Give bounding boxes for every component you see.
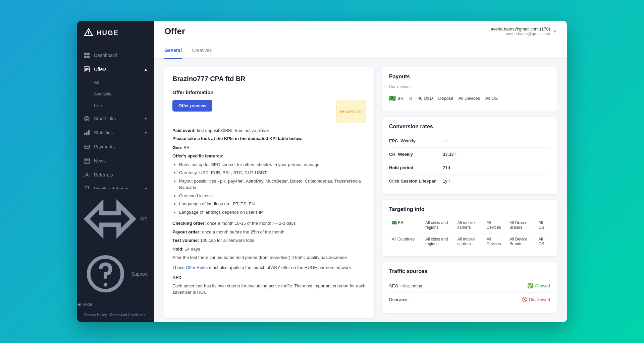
hide-chevron-icon: ◀ (77, 302, 80, 307)
cr-row: CR Weekly 33.33 ℹ (389, 148, 550, 161)
targeting-cities-2: All cities and regions (423, 233, 454, 250)
user-menu[interactable]: averia.bams@gmail.com (170) averia.bams@… (491, 26, 557, 36)
paid-event-line: Paid event: first deposit 30BRL from act… (172, 127, 366, 134)
allowed-check-icon: ✅ (527, 283, 533, 288)
cr-value: 33.33 (443, 152, 454, 157)
click-session-info-icon[interactable]: ℹ (449, 179, 450, 183)
payout-order-line: Payout order: once a month before the 25… (172, 229, 366, 235)
tab-creatives[interactable]: Creatives (192, 42, 212, 59)
table-row: 🇧🇷 BR All cities and regions All mobile … (389, 217, 550, 233)
sidebar-item-support[interactable]: Support (77, 249, 154, 299)
sidebar-item-payments-label: Payments (94, 144, 115, 149)
news-icon (84, 158, 90, 164)
user-chevron-icon: ▼ (553, 29, 557, 34)
sidebar-item-news[interactable]: News (77, 154, 154, 168)
sidebar-item-smartlinks[interactable]: Smartlinks ▼ (77, 112, 154, 126)
sidebar-item-payments[interactable]: Payments (77, 140, 154, 154)
hold-value: 14 days (185, 247, 200, 252)
sidebar-item-dashboard[interactable]: Dashboard (77, 48, 154, 62)
sidebar-navigation: Dashboard Offers ▲ All Available L (77, 45, 154, 189)
sidebar-sub-item-all[interactable]: All (77, 76, 154, 88)
features-list: Rates set up for SEO source, for others … (172, 161, 366, 216)
referrals-icon (84, 172, 90, 178)
user-email-secondary: averia.bams@gmail.com (491, 31, 550, 36)
conversion-flag: 🇧🇷 BR (389, 95, 404, 101)
sidebar-sub-item-available[interactable]: Available (77, 88, 154, 100)
offer-rules-line: These Offer Rules must also apply to the… (172, 264, 366, 271)
sidebar-item-statistics[interactable]: Statistics ▼ (77, 126, 154, 140)
terms-link[interactable]: Terms And Conditions (109, 313, 145, 317)
svg-rect-14 (88, 130, 90, 135)
payouts-card: Payouts Conversions 🇧🇷 BR ⧉ 40 USD Depos… (382, 67, 557, 112)
hold-period-value: 21d (443, 165, 450, 170)
smartlinks-chevron-icon: ▼ (144, 117, 148, 121)
sidebar-item-mobile[interactable]: Mobile attribution ▼ (77, 182, 154, 189)
top-bar: Offer averia.bams@gmail.com (170) averia… (154, 21, 567, 42)
hold-label: Hold: (172, 247, 183, 252)
checking-order-line: Checking order: once a month 10-15 of th… (172, 220, 366, 227)
offer-preview-button[interactable]: Offer preview (172, 100, 212, 112)
sidebar-item-offers-label: Offers (94, 67, 107, 72)
sidebar-item-referrals[interactable]: Referrals (77, 168, 154, 182)
test-volume-label: Test volume: (172, 238, 199, 243)
content-body: Brazino777 CPA ftd BR Offer information … (154, 59, 567, 322)
svg-rect-15 (84, 145, 90, 148)
targeting-brands-2: All Device Brands (507, 233, 536, 250)
copy-icon[interactable]: ⧉ (409, 95, 412, 101)
sidebar-item-api[interactable]: API (77, 189, 154, 249)
svg-rect-4 (84, 56, 87, 58)
support-icon (84, 252, 127, 295)
cr-info-icon[interactable]: ℹ (455, 152, 457, 156)
list-item: Language of landings depends on user's I… (179, 209, 366, 216)
privacy-policy-link[interactable]: Privacy Policy (84, 313, 107, 317)
epc-info-icon[interactable]: ℹ (445, 139, 447, 143)
traffic-doorways-label: Doorways (389, 297, 409, 302)
sidebar: HUGE Dashboard (77, 21, 154, 322)
payouts-title: Payouts (389, 74, 550, 80)
conversion-devices: All Devices (459, 96, 480, 101)
sidebar-item-news-label: News (94, 158, 106, 163)
kpi-note2: Each advertiser has its own criteria for… (172, 283, 366, 296)
kpi-label-text: KPI: (172, 275, 181, 280)
right-panel: Payouts Conversions 🇧🇷 BR ⧉ 40 USD Depos… (382, 67, 557, 318)
flag-emoji: 🇧🇷 (389, 95, 396, 101)
mobile-chevron-icon: ▼ (144, 187, 148, 189)
traffic-doorways-status-text: Disallowed (529, 297, 550, 302)
sidebar-item-offers[interactable]: Offers ▲ (77, 62, 154, 76)
main-content: Offer averia.bams@gmail.com (170) averia… (154, 21, 567, 322)
paid-event-label: Paid event: (172, 128, 196, 133)
paid-event-value: first deposit 30BRL from active player (197, 128, 269, 133)
targeting-carriers-2: All mobile carriers (454, 233, 484, 250)
geo-value: BR (183, 145, 190, 150)
offer-rules-prefix: These (172, 265, 186, 270)
table-row: All Countries All cities and regions All… (389, 233, 550, 250)
sidebar-item-referrals-label: Referrals (94, 172, 113, 178)
svg-rect-5 (87, 56, 90, 58)
conversion-type: Deposit (438, 96, 453, 101)
tab-general[interactable]: General (164, 42, 182, 59)
sidebar-sub-item-live[interactable]: Live (77, 100, 154, 112)
hold-note: After the test there can be some hold pe… (172, 254, 366, 261)
list-item: Languages of landings are: PT, ES, EN (179, 201, 366, 207)
click-session-row: Click Session Lifespan 1y ℹ (389, 175, 550, 188)
hide-sidebar-button[interactable]: ◀ Hide (77, 299, 154, 310)
svg-point-25 (104, 283, 107, 286)
svg-rect-12 (84, 133, 86, 135)
user-email-block: averia.bams@gmail.com (170) averia.bams@… (491, 26, 550, 36)
sidebar-sub-item-available-label: Available (94, 91, 112, 96)
payout-order-label: Payout order: (172, 229, 201, 234)
targeting-devices-2: All Devices (484, 233, 507, 250)
targeting-cities-1: All cities and regions (423, 217, 454, 233)
checking-order-label: Checking order: (172, 221, 206, 226)
left-panel: Brazino777 CPA ftd BR Offer information … (164, 67, 374, 318)
list-item: Curacao License (179, 193, 366, 199)
conversion-rates-title: Conversion rates (389, 124, 550, 130)
targeting-brands-1: All Device Brands (507, 217, 536, 233)
offer-rules-link[interactable]: Offer Rules (186, 265, 208, 270)
logo: HUGE (77, 21, 154, 45)
epc-row: EPC Weekly - ℹ (389, 134, 550, 148)
svg-rect-3 (87, 53, 90, 55)
conversion-row: 🇧🇷 BR ⧉ 40 USD Deposit All Devices All O… (389, 92, 550, 105)
svg-rect-13 (86, 132, 88, 135)
svg-point-21 (86, 173, 88, 175)
